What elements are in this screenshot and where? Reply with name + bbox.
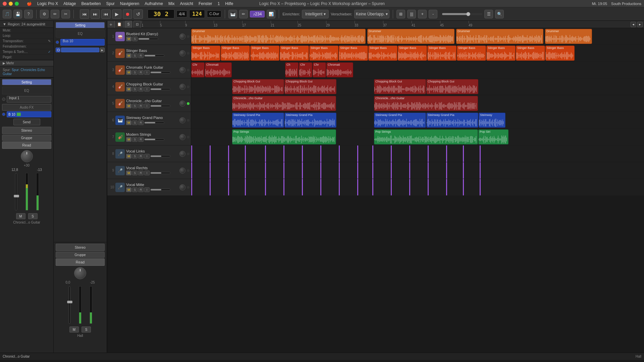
position-display[interactable]: 30 2 bbox=[148, 9, 174, 18]
clip-5-0[interactable]: Chronicle...cho Guitar bbox=[232, 96, 336, 111]
track-content-4[interactable]: Chopping Block GuiChopping Block GuiChop… bbox=[191, 78, 644, 95]
track-volume-4[interactable] bbox=[150, 88, 170, 90]
track-r-btn-7[interactable]: R bbox=[138, 137, 144, 142]
track-volume-1[interactable] bbox=[138, 38, 158, 40]
tracks-scroll[interactable]: 1 🥁 Bluebird Kit (Darcy) MS DrummerDrumm… bbox=[107, 28, 644, 353]
clip-2-5[interactable]: Stinger Bass bbox=[339, 46, 368, 61]
minimize-button[interactable] bbox=[9, 2, 13, 6]
quantize-button[interactable]: ||| bbox=[407, 10, 416, 18]
clip-1-0[interactable]: Drummer bbox=[191, 29, 366, 44]
track-pan-3[interactable] bbox=[179, 67, 185, 73]
clip-3-2[interactable]: Ch bbox=[285, 62, 299, 77]
tempo-checkbox[interactable]: ✓ bbox=[48, 50, 51, 54]
close-button[interactable] bbox=[3, 2, 7, 6]
metronome-button[interactable]: 🎵 bbox=[3, 10, 11, 18]
clip-2-12[interactable]: Stinger Bass bbox=[545, 46, 575, 61]
track-m-btn-7[interactable]: M bbox=[126, 137, 131, 142]
menu-bearbeiten[interactable]: Bearbeiten bbox=[81, 1, 101, 6]
fx-power-btn-right[interactable]: ⏻ bbox=[56, 48, 60, 52]
clip-2-0[interactable]: Stinger Bass bbox=[191, 46, 220, 61]
clip-3-4[interactable]: Chr bbox=[313, 62, 326, 77]
track-content-9[interactable] bbox=[191, 162, 644, 179]
search-button[interactable]: 🔍 bbox=[495, 10, 504, 18]
clip-1-1[interactable]: Drummer bbox=[367, 29, 454, 44]
snap-button[interactable]: ⊞ bbox=[396, 10, 405, 18]
scissors-button[interactable]: ✂ bbox=[61, 10, 70, 18]
track-pan-1[interactable] bbox=[179, 34, 185, 40]
ruler-arrow-right[interactable]: ► bbox=[637, 22, 643, 27]
track-s-btn-4[interactable]: S bbox=[132, 87, 138, 92]
help-button[interactable]: ? bbox=[24, 10, 33, 18]
solo-main-button-right[interactable]: S bbox=[82, 326, 91, 333]
track-pan-10[interactable] bbox=[179, 184, 185, 190]
clip-2-4[interactable]: Stinger Bass bbox=[309, 46, 338, 61]
setting-button-left[interactable]: Setting bbox=[2, 79, 51, 85]
master-volume-slider[interactable] bbox=[442, 13, 482, 15]
menu-navigieren[interactable]: Navigieren bbox=[120, 1, 139, 6]
clip-2-9[interactable]: Stinger Bass bbox=[457, 46, 486, 61]
save-button[interactable]: 💾 bbox=[13, 10, 22, 18]
gruppe-button-left[interactable]: Gruppe bbox=[2, 135, 51, 141]
clip-6-0[interactable]: Steinway Grand Pia bbox=[232, 113, 284, 128]
rewind-button[interactable]: ⏮ bbox=[80, 9, 89, 19]
track-volume-3[interactable] bbox=[150, 71, 170, 73]
track-content-10[interactable] bbox=[191, 179, 644, 195]
track-r-btn-4[interactable]: R bbox=[138, 87, 144, 92]
keine-uberlapp-dropdown[interactable]: Keine Überlapp. ▾ bbox=[354, 10, 389, 18]
time-signature-display[interactable]: 4/4 bbox=[176, 10, 187, 18]
read-button-left[interactable]: Read bbox=[2, 141, 51, 149]
track-r-btn-10[interactable]: R bbox=[138, 187, 144, 192]
clip-2-2[interactable]: Stinger Bass bbox=[250, 46, 279, 61]
clip-2-3[interactable]: Stinger Bass bbox=[280, 46, 309, 61]
list-view-button[interactable]: ☰ bbox=[484, 10, 493, 18]
fx-slot-right[interactable] bbox=[61, 48, 99, 52]
track-pan-2[interactable] bbox=[179, 50, 185, 56]
track-i-btn-5[interactable]: I bbox=[144, 104, 150, 108]
fast-forward-button[interactable]: ⏭ bbox=[91, 9, 100, 19]
mute-main-button-right[interactable]: M bbox=[69, 326, 79, 333]
fader-track-left[interactable] bbox=[15, 173, 17, 210]
menu-mix[interactable]: Mix bbox=[168, 1, 175, 6]
track-volume-5[interactable] bbox=[150, 105, 170, 107]
tuner-button[interactable]: 🎹 bbox=[228, 10, 237, 18]
mute-main-button-left[interactable]: M bbox=[16, 213, 25, 219]
track-s-btn-9[interactable]: S bbox=[132, 171, 138, 175]
monitor-button[interactable]: 📊 bbox=[267, 10, 275, 18]
ruler-arrow-left[interactable]: ◄ bbox=[631, 22, 636, 27]
add-track-button[interactable]: + bbox=[107, 21, 115, 28]
key-display[interactable]: C-Dur bbox=[207, 10, 221, 17]
menu-hilfe[interactable]: Hilfe bbox=[225, 1, 233, 6]
audio-fx-left[interactable]: Audio FX bbox=[2, 104, 51, 111]
clip-2-7[interactable]: Stinger Bass bbox=[398, 46, 427, 61]
track-content-6[interactable]: Steinway Grand PiaSteinway Grand PiaStei… bbox=[191, 112, 644, 128]
solo-main-button-left[interactable]: S bbox=[28, 213, 38, 219]
track-i-btn-9[interactable]: I bbox=[144, 171, 150, 175]
to-start-button[interactable]: ⏮ bbox=[101, 9, 111, 19]
fullscreen-button[interactable] bbox=[15, 2, 19, 6]
clip-3-3[interactable]: Chr bbox=[299, 62, 312, 77]
zoom-in-button[interactable]: + bbox=[418, 10, 427, 18]
mehr-section[interactable]: ▶ Mehr bbox=[0, 60, 53, 66]
track-s-btn-7[interactable]: S bbox=[132, 137, 138, 142]
track-m-btn-4[interactable]: M bbox=[126, 87, 131, 92]
record-button[interactable]: ⏺ bbox=[123, 9, 132, 19]
gruppe-button-right[interactable]: Gruppe bbox=[56, 252, 105, 258]
read-button-right[interactable]: Read bbox=[56, 258, 105, 266]
edit-tool-button[interactable]: ✏ bbox=[51, 10, 59, 18]
track-volume-8[interactable] bbox=[150, 155, 170, 157]
track-m-btn-6[interactable]: M bbox=[126, 120, 131, 125]
track-pan-9[interactable] bbox=[179, 168, 185, 174]
track-r-btn-5[interactable]: R bbox=[138, 104, 144, 108]
setting-button-right[interactable]: Setting bbox=[56, 22, 105, 28]
track-volume-9[interactable] bbox=[150, 172, 170, 174]
fx-arrow-right[interactable]: ▸ bbox=[100, 48, 105, 52]
track-s-btn-10[interactable]: S bbox=[132, 187, 138, 192]
ruler-icon-btn[interactable]: 📋 bbox=[115, 21, 124, 28]
clip-6-1[interactable]: Steinway Grand Pia bbox=[284, 113, 336, 128]
snap-icon-btn[interactable]: ⊡ bbox=[133, 21, 141, 28]
clip-3-1[interactable]: Chromati bbox=[205, 62, 232, 77]
menu-logicprox[interactable]: Logic Pro X bbox=[37, 1, 58, 6]
track-volume-6[interactable] bbox=[144, 122, 164, 124]
track-content-7[interactable]: Pop StringsPop StringsPop Stri bbox=[191, 129, 644, 145]
track-volume-7[interactable] bbox=[144, 138, 164, 140]
